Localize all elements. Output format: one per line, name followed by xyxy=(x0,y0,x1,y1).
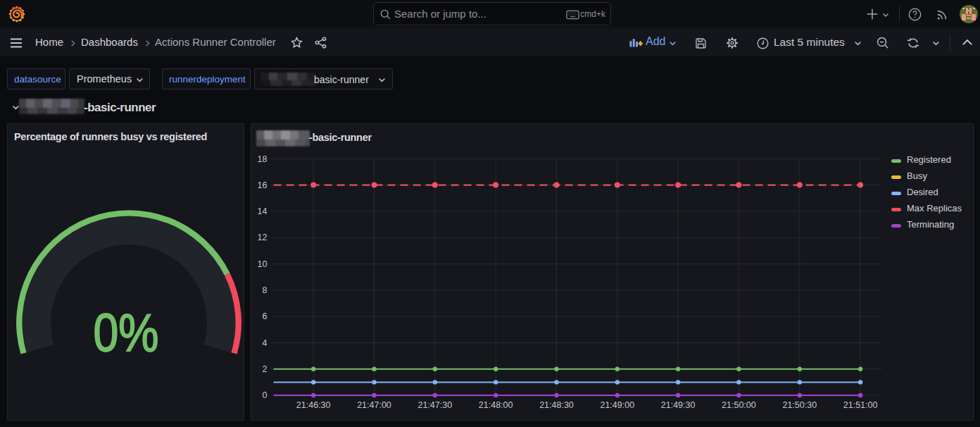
svg-text:6: 6 xyxy=(263,311,268,321)
svg-text:21:50:00: 21:50:00 xyxy=(722,400,756,410)
svg-text:21:49:00: 21:49:00 xyxy=(600,400,634,410)
svg-text:8: 8 xyxy=(263,285,268,295)
svg-text:21:49:30: 21:49:30 xyxy=(661,400,696,410)
svg-text:0%: 0% xyxy=(94,302,159,362)
svg-text:21:51:00: 21:51:00 xyxy=(843,400,878,410)
svg-text:21:48:00: 21:48:00 xyxy=(479,400,513,410)
svg-text:12: 12 xyxy=(258,233,268,242)
svg-text:16: 16 xyxy=(258,180,268,190)
svg-text:0: 0 xyxy=(263,390,268,400)
svg-text:21:48:30: 21:48:30 xyxy=(539,400,574,410)
svg-text:10: 10 xyxy=(258,259,268,269)
svg-text:21:46:30: 21:46:30 xyxy=(296,400,331,410)
svg-text:2: 2 xyxy=(263,364,268,374)
svg-text:21:50:30: 21:50:30 xyxy=(782,400,817,410)
svg-text:21:47:00: 21:47:00 xyxy=(357,400,391,410)
svg-text:4: 4 xyxy=(263,338,268,348)
svg-text:21:47:30: 21:47:30 xyxy=(417,400,452,410)
svg-text:18: 18 xyxy=(258,154,268,164)
svg-text:14: 14 xyxy=(258,206,268,216)
